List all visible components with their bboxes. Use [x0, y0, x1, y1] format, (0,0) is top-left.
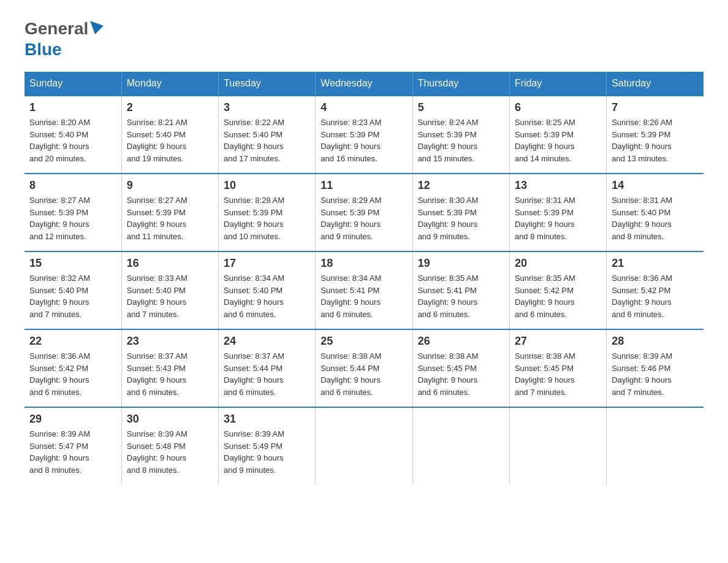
day-number: 2	[127, 101, 213, 114]
calendar-cell: 17 Sunrise: 8:34 AMSunset: 5:40 PMDaylig…	[219, 251, 316, 329]
calendar-cell: 7 Sunrise: 8:26 AMSunset: 5:39 PMDayligh…	[607, 96, 703, 174]
logo-blue-text: Blue	[25, 40, 62, 59]
calendar-cell	[412, 407, 509, 484]
calendar-cell: 30 Sunrise: 8:39 AMSunset: 5:48 PMDaylig…	[121, 407, 218, 484]
day-info: Sunrise: 8:34 AMSunset: 5:40 PMDaylight:…	[224, 274, 284, 319]
calendar-cell: 25 Sunrise: 8:38 AMSunset: 5:44 PMDaylig…	[316, 329, 412, 407]
day-info: Sunrise: 8:22 AMSunset: 5:40 PMDaylight:…	[224, 118, 284, 163]
day-number: 9	[127, 179, 213, 192]
day-info: Sunrise: 8:36 AMSunset: 5:42 PMDaylight:…	[612, 274, 672, 319]
day-number: 8	[29, 179, 116, 192]
day-number: 1	[29, 101, 116, 114]
day-number: 23	[127, 335, 213, 348]
calendar-cell: 21 Sunrise: 8:36 AMSunset: 5:42 PMDaylig…	[607, 251, 703, 329]
day-number: 16	[127, 257, 213, 270]
calendar-week-1: 1 Sunrise: 8:20 AMSunset: 5:40 PMDayligh…	[25, 96, 703, 174]
calendar-header-row: SundayMondayTuesdayWednesdayThursdayFrid…	[25, 72, 703, 96]
calendar-table: SundayMondayTuesdayWednesdayThursdayFrid…	[25, 72, 703, 484]
day-info: Sunrise: 8:26 AMSunset: 5:39 PMDaylight:…	[612, 118, 672, 163]
calendar-body: 1 Sunrise: 8:20 AMSunset: 5:40 PMDayligh…	[25, 96, 703, 484]
calendar-cell: 1 Sunrise: 8:20 AMSunset: 5:40 PMDayligh…	[25, 96, 121, 174]
logo: General Blue	[25, 18, 104, 59]
calendar-cell	[607, 407, 703, 484]
day-info: Sunrise: 8:38 AMSunset: 5:45 PMDaylight:…	[515, 351, 575, 397]
day-number: 12	[418, 179, 504, 192]
calendar-cell: 26 Sunrise: 8:38 AMSunset: 5:45 PMDaylig…	[412, 329, 509, 407]
day-number: 26	[418, 335, 504, 348]
day-number: 29	[29, 413, 116, 426]
day-header-wednesday: Wednesday	[316, 72, 412, 96]
day-info: Sunrise: 8:39 AMSunset: 5:48 PMDaylight:…	[127, 429, 188, 475]
day-number: 20	[515, 257, 601, 270]
calendar-cell: 14 Sunrise: 8:31 AMSunset: 5:40 PMDaylig…	[607, 174, 703, 251]
calendar-cell	[509, 407, 606, 484]
day-info: Sunrise: 8:28 AMSunset: 5:39 PMDaylight:…	[224, 196, 284, 241]
calendar-cell: 20 Sunrise: 8:35 AMSunset: 5:42 PMDaylig…	[509, 251, 606, 329]
calendar-cell: 15 Sunrise: 8:32 AMSunset: 5:40 PMDaylig…	[25, 251, 121, 329]
day-number: 27	[515, 335, 601, 348]
calendar-cell: 13 Sunrise: 8:31 AMSunset: 5:39 PMDaylig…	[509, 174, 606, 251]
svg-marker-0	[90, 21, 104, 34]
day-info: Sunrise: 8:27 AMSunset: 5:39 PMDaylight:…	[127, 196, 188, 241]
day-info: Sunrise: 8:35 AMSunset: 5:42 PMDaylight:…	[515, 274, 575, 319]
calendar-cell: 8 Sunrise: 8:27 AMSunset: 5:39 PMDayligh…	[25, 174, 121, 251]
day-number: 10	[224, 179, 310, 192]
calendar-cell: 23 Sunrise: 8:37 AMSunset: 5:43 PMDaylig…	[121, 329, 218, 407]
calendar-cell: 31 Sunrise: 8:39 AMSunset: 5:49 PMDaylig…	[219, 407, 316, 484]
day-info: Sunrise: 8:36 AMSunset: 5:42 PMDaylight:…	[29, 351, 90, 397]
day-info: Sunrise: 8:37 AMSunset: 5:44 PMDaylight:…	[224, 351, 284, 397]
day-info: Sunrise: 8:34 AMSunset: 5:41 PMDaylight:…	[320, 274, 381, 319]
day-info: Sunrise: 8:38 AMSunset: 5:44 PMDaylight:…	[320, 351, 381, 397]
calendar-week-4: 22 Sunrise: 8:36 AMSunset: 5:42 PMDaylig…	[25, 329, 703, 407]
calendar-cell	[316, 407, 412, 484]
day-number: 17	[224, 257, 310, 270]
logo-general-text: General	[25, 18, 88, 39]
calendar-cell: 2 Sunrise: 8:21 AMSunset: 5:40 PMDayligh…	[121, 96, 218, 174]
day-number: 21	[612, 257, 699, 270]
day-number: 6	[515, 101, 601, 114]
day-info: Sunrise: 8:20 AMSunset: 5:40 PMDaylight:…	[29, 118, 90, 163]
day-info: Sunrise: 8:21 AMSunset: 5:40 PMDaylight:…	[127, 118, 188, 163]
calendar-cell: 4 Sunrise: 8:23 AMSunset: 5:39 PMDayligh…	[316, 96, 412, 174]
page-header: General Blue	[25, 18, 703, 59]
day-info: Sunrise: 8:31 AMSunset: 5:39 PMDaylight:…	[515, 196, 575, 241]
day-info: Sunrise: 8:37 AMSunset: 5:43 PMDaylight:…	[127, 351, 188, 397]
calendar-cell: 27 Sunrise: 8:38 AMSunset: 5:45 PMDaylig…	[509, 329, 606, 407]
calendar-cell: 10 Sunrise: 8:28 AMSunset: 5:39 PMDaylig…	[219, 174, 316, 251]
day-number: 28	[612, 335, 699, 348]
calendar-cell: 9 Sunrise: 8:27 AMSunset: 5:39 PMDayligh…	[121, 174, 218, 251]
day-header-saturday: Saturday	[607, 72, 703, 96]
calendar-week-2: 8 Sunrise: 8:27 AMSunset: 5:39 PMDayligh…	[25, 174, 703, 251]
day-number: 18	[320, 257, 407, 270]
day-info: Sunrise: 8:29 AMSunset: 5:39 PMDaylight:…	[320, 196, 381, 241]
day-number: 13	[515, 179, 601, 192]
calendar-cell: 16 Sunrise: 8:33 AMSunset: 5:40 PMDaylig…	[121, 251, 218, 329]
logo-triangle-icon	[90, 21, 104, 34]
day-info: Sunrise: 8:31 AMSunset: 5:40 PMDaylight:…	[612, 196, 672, 241]
day-info: Sunrise: 8:38 AMSunset: 5:45 PMDaylight:…	[418, 351, 479, 397]
calendar-cell: 5 Sunrise: 8:24 AMSunset: 5:39 PMDayligh…	[412, 96, 509, 174]
day-number: 3	[224, 101, 310, 114]
calendar-cell: 3 Sunrise: 8:22 AMSunset: 5:40 PMDayligh…	[219, 96, 316, 174]
day-number: 30	[127, 413, 213, 426]
day-info: Sunrise: 8:24 AMSunset: 5:39 PMDaylight:…	[418, 118, 479, 163]
calendar-cell: 29 Sunrise: 8:39 AMSunset: 5:47 PMDaylig…	[25, 407, 121, 484]
day-number: 19	[418, 257, 504, 270]
calendar-cell: 12 Sunrise: 8:30 AMSunset: 5:39 PMDaylig…	[412, 174, 509, 251]
calendar-cell: 6 Sunrise: 8:25 AMSunset: 5:39 PMDayligh…	[509, 96, 606, 174]
calendar-week-3: 15 Sunrise: 8:32 AMSunset: 5:40 PMDaylig…	[25, 251, 703, 329]
day-number: 15	[29, 257, 116, 270]
calendar-cell: 28 Sunrise: 8:39 AMSunset: 5:46 PMDaylig…	[607, 329, 703, 407]
day-header-thursday: Thursday	[412, 72, 509, 96]
day-info: Sunrise: 8:32 AMSunset: 5:40 PMDaylight:…	[29, 274, 90, 319]
day-number: 24	[224, 335, 310, 348]
day-info: Sunrise: 8:27 AMSunset: 5:39 PMDaylight:…	[29, 196, 90, 241]
day-number: 5	[418, 101, 504, 114]
day-number: 7	[612, 101, 699, 114]
day-info: Sunrise: 8:30 AMSunset: 5:39 PMDaylight:…	[418, 196, 479, 241]
calendar-cell: 24 Sunrise: 8:37 AMSunset: 5:44 PMDaylig…	[219, 329, 316, 407]
day-info: Sunrise: 8:33 AMSunset: 5:40 PMDaylight:…	[127, 274, 188, 319]
day-number: 31	[224, 413, 310, 426]
day-number: 4	[320, 101, 407, 114]
day-info: Sunrise: 8:39 AMSunset: 5:47 PMDaylight:…	[29, 429, 90, 475]
